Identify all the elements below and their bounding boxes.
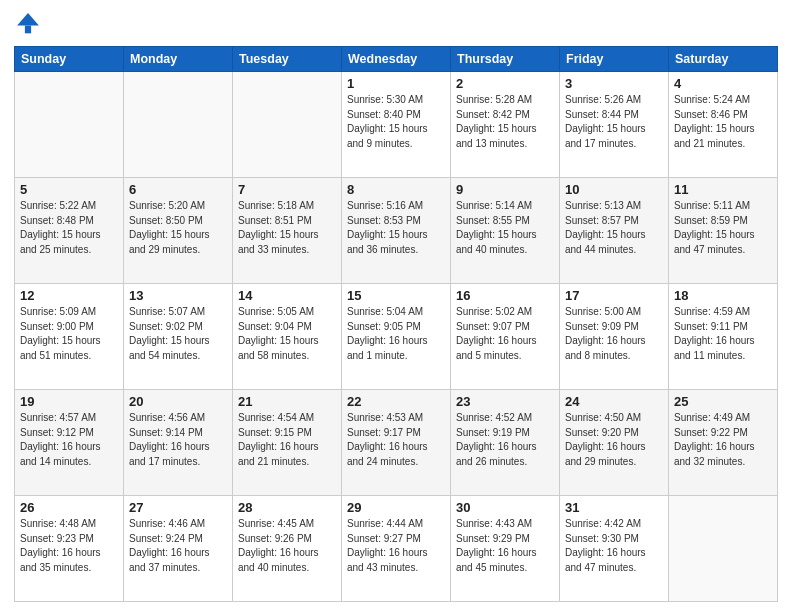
day-info: Sunrise: 4:45 AMSunset: 9:26 PMDaylight:…: [238, 517, 336, 575]
day-number: 21: [238, 394, 336, 409]
day-info: Sunrise: 5:18 AMSunset: 8:51 PMDaylight:…: [238, 199, 336, 257]
day-info: Sunrise: 4:44 AMSunset: 9:27 PMDaylight:…: [347, 517, 445, 575]
day-cell: [669, 496, 778, 602]
day-info: Sunrise: 5:14 AMSunset: 8:55 PMDaylight:…: [456, 199, 554, 257]
day-cell: 18Sunrise: 4:59 AMSunset: 9:11 PMDayligh…: [669, 284, 778, 390]
day-cell: 14Sunrise: 5:05 AMSunset: 9:04 PMDayligh…: [233, 284, 342, 390]
day-cell: 6Sunrise: 5:20 AMSunset: 8:50 PMDaylight…: [124, 178, 233, 284]
svg-marker-0: [17, 13, 39, 25]
day-cell: 31Sunrise: 4:42 AMSunset: 9:30 PMDayligh…: [560, 496, 669, 602]
day-number: 28: [238, 500, 336, 515]
day-number: 20: [129, 394, 227, 409]
day-cell: 4Sunrise: 5:24 AMSunset: 8:46 PMDaylight…: [669, 72, 778, 178]
day-info: Sunrise: 4:42 AMSunset: 9:30 PMDaylight:…: [565, 517, 663, 575]
day-number: 4: [674, 76, 772, 91]
day-info: Sunrise: 5:16 AMSunset: 8:53 PMDaylight:…: [347, 199, 445, 257]
week-row-3: 12Sunrise: 5:09 AMSunset: 9:00 PMDayligh…: [15, 284, 778, 390]
day-cell: 16Sunrise: 5:02 AMSunset: 9:07 PMDayligh…: [451, 284, 560, 390]
svg-rect-1: [25, 26, 31, 34]
day-cell: 27Sunrise: 4:46 AMSunset: 9:24 PMDayligh…: [124, 496, 233, 602]
day-info: Sunrise: 4:46 AMSunset: 9:24 PMDaylight:…: [129, 517, 227, 575]
day-number: 22: [347, 394, 445, 409]
column-header-thursday: Thursday: [451, 47, 560, 72]
day-info: Sunrise: 5:24 AMSunset: 8:46 PMDaylight:…: [674, 93, 772, 151]
day-info: Sunrise: 4:43 AMSunset: 9:29 PMDaylight:…: [456, 517, 554, 575]
day-number: 1: [347, 76, 445, 91]
day-number: 16: [456, 288, 554, 303]
day-number: 29: [347, 500, 445, 515]
day-info: Sunrise: 4:59 AMSunset: 9:11 PMDaylight:…: [674, 305, 772, 363]
calendar-header-row: SundayMondayTuesdayWednesdayThursdayFrid…: [15, 47, 778, 72]
day-cell: 11Sunrise: 5:11 AMSunset: 8:59 PMDayligh…: [669, 178, 778, 284]
day-cell: 23Sunrise: 4:52 AMSunset: 9:19 PMDayligh…: [451, 390, 560, 496]
day-info: Sunrise: 5:02 AMSunset: 9:07 PMDaylight:…: [456, 305, 554, 363]
column-header-sunday: Sunday: [15, 47, 124, 72]
day-number: 9: [456, 182, 554, 197]
day-number: 19: [20, 394, 118, 409]
day-cell: 19Sunrise: 4:57 AMSunset: 9:12 PMDayligh…: [15, 390, 124, 496]
day-info: Sunrise: 4:52 AMSunset: 9:19 PMDaylight:…: [456, 411, 554, 469]
day-number: 13: [129, 288, 227, 303]
day-info: Sunrise: 4:57 AMSunset: 9:12 PMDaylight:…: [20, 411, 118, 469]
day-number: 8: [347, 182, 445, 197]
day-cell: 21Sunrise: 4:54 AMSunset: 9:15 PMDayligh…: [233, 390, 342, 496]
day-cell: 20Sunrise: 4:56 AMSunset: 9:14 PMDayligh…: [124, 390, 233, 496]
day-info: Sunrise: 4:53 AMSunset: 9:17 PMDaylight:…: [347, 411, 445, 469]
logo-icon: [14, 10, 42, 38]
day-cell: 1Sunrise: 5:30 AMSunset: 8:40 PMDaylight…: [342, 72, 451, 178]
day-cell: 9Sunrise: 5:14 AMSunset: 8:55 PMDaylight…: [451, 178, 560, 284]
day-cell: 5Sunrise: 5:22 AMSunset: 8:48 PMDaylight…: [15, 178, 124, 284]
day-number: 15: [347, 288, 445, 303]
day-info: Sunrise: 5:26 AMSunset: 8:44 PMDaylight:…: [565, 93, 663, 151]
header: [14, 10, 778, 38]
day-info: Sunrise: 4:48 AMSunset: 9:23 PMDaylight:…: [20, 517, 118, 575]
day-cell: 3Sunrise: 5:26 AMSunset: 8:44 PMDaylight…: [560, 72, 669, 178]
day-number: 18: [674, 288, 772, 303]
day-info: Sunrise: 5:13 AMSunset: 8:57 PMDaylight:…: [565, 199, 663, 257]
day-number: 17: [565, 288, 663, 303]
day-cell: [15, 72, 124, 178]
day-number: 10: [565, 182, 663, 197]
day-info: Sunrise: 4:54 AMSunset: 9:15 PMDaylight:…: [238, 411, 336, 469]
logo: [14, 10, 46, 38]
day-number: 30: [456, 500, 554, 515]
week-row-2: 5Sunrise: 5:22 AMSunset: 8:48 PMDaylight…: [15, 178, 778, 284]
day-info: Sunrise: 5:11 AMSunset: 8:59 PMDaylight:…: [674, 199, 772, 257]
day-info: Sunrise: 5:04 AMSunset: 9:05 PMDaylight:…: [347, 305, 445, 363]
day-info: Sunrise: 5:07 AMSunset: 9:02 PMDaylight:…: [129, 305, 227, 363]
day-number: 6: [129, 182, 227, 197]
day-cell: 22Sunrise: 4:53 AMSunset: 9:17 PMDayligh…: [342, 390, 451, 496]
column-header-tuesday: Tuesday: [233, 47, 342, 72]
column-header-monday: Monday: [124, 47, 233, 72]
day-info: Sunrise: 5:22 AMSunset: 8:48 PMDaylight:…: [20, 199, 118, 257]
column-header-wednesday: Wednesday: [342, 47, 451, 72]
calendar-table: SundayMondayTuesdayWednesdayThursdayFrid…: [14, 46, 778, 602]
day-number: 5: [20, 182, 118, 197]
day-number: 12: [20, 288, 118, 303]
day-cell: 24Sunrise: 4:50 AMSunset: 9:20 PMDayligh…: [560, 390, 669, 496]
week-row-1: 1Sunrise: 5:30 AMSunset: 8:40 PMDaylight…: [15, 72, 778, 178]
day-cell: 12Sunrise: 5:09 AMSunset: 9:00 PMDayligh…: [15, 284, 124, 390]
page: SundayMondayTuesdayWednesdayThursdayFrid…: [0, 0, 792, 612]
day-info: Sunrise: 5:20 AMSunset: 8:50 PMDaylight:…: [129, 199, 227, 257]
day-info: Sunrise: 4:56 AMSunset: 9:14 PMDaylight:…: [129, 411, 227, 469]
day-info: Sunrise: 5:09 AMSunset: 9:00 PMDaylight:…: [20, 305, 118, 363]
day-cell: 17Sunrise: 5:00 AMSunset: 9:09 PMDayligh…: [560, 284, 669, 390]
day-number: 23: [456, 394, 554, 409]
day-cell: 30Sunrise: 4:43 AMSunset: 9:29 PMDayligh…: [451, 496, 560, 602]
day-cell: 28Sunrise: 4:45 AMSunset: 9:26 PMDayligh…: [233, 496, 342, 602]
day-cell: 13Sunrise: 5:07 AMSunset: 9:02 PMDayligh…: [124, 284, 233, 390]
day-info: Sunrise: 4:49 AMSunset: 9:22 PMDaylight:…: [674, 411, 772, 469]
day-number: 26: [20, 500, 118, 515]
day-number: 25: [674, 394, 772, 409]
day-number: 3: [565, 76, 663, 91]
day-cell: [124, 72, 233, 178]
day-cell: 7Sunrise: 5:18 AMSunset: 8:51 PMDaylight…: [233, 178, 342, 284]
day-cell: 10Sunrise: 5:13 AMSunset: 8:57 PMDayligh…: [560, 178, 669, 284]
day-info: Sunrise: 5:28 AMSunset: 8:42 PMDaylight:…: [456, 93, 554, 151]
day-number: 11: [674, 182, 772, 197]
day-info: Sunrise: 4:50 AMSunset: 9:20 PMDaylight:…: [565, 411, 663, 469]
day-info: Sunrise: 5:00 AMSunset: 9:09 PMDaylight:…: [565, 305, 663, 363]
day-number: 27: [129, 500, 227, 515]
day-cell: 26Sunrise: 4:48 AMSunset: 9:23 PMDayligh…: [15, 496, 124, 602]
